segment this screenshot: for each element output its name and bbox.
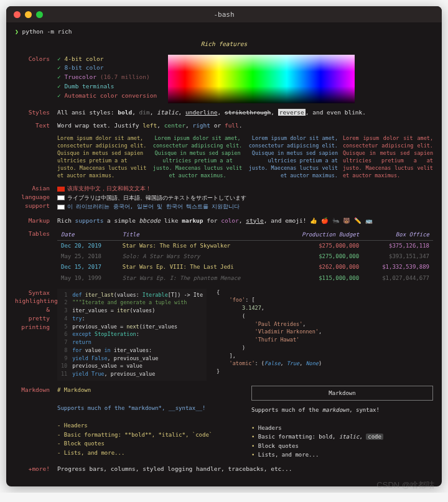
- markdown-source: # Markdown Supports much of the *markdow…: [57, 386, 239, 460]
- color-list: ✓ 4-bit color✓ 8-bit color✓ Truecolor (1…: [57, 55, 157, 101]
- flag-cn-icon: [57, 187, 65, 192]
- label-styles: Styles: [15, 108, 57, 117]
- lorem-columns: Lorem ipsum dolor sit amet, consectetur …: [57, 135, 433, 179]
- label-syntax: Syntaxhighlighting&prettyprinting: [15, 289, 57, 381]
- row-colors: Colors ✓ 4-bit color✓ 8-bit color✓ Truec…: [15, 55, 433, 103]
- lorem-full: Lorem ipsum dolor sit amet, consectetur …: [343, 135, 433, 179]
- text-justify-line: Word wrap text. Justify left, center, ri…: [57, 121, 433, 130]
- terminal-window: -bash ❯ python -m rich Rich features Col…: [6, 6, 442, 486]
- code-block: 1234567891011 def iter_last(values: Iter…: [57, 289, 207, 381]
- row-markdown: Markdown # Markdown Supports much of the…: [15, 386, 433, 460]
- row-styles: Styles All ansi styles: bold, dim, itali…: [15, 108, 433, 117]
- asian-content: 该库支持中文，日文和韩文文本！ ライブラリは中国語、日本語、韓国語のテキストをサ…: [57, 184, 433, 211]
- json-block: { 'foo': [ 3.1427, ( 'Paul Atreides', 'V…: [217, 289, 322, 381]
- row-more: +more! Progress bars, columns, styled lo…: [15, 465, 433, 473]
- demo-table: DateTitleProduction BudgetBox OfficeDec …: [57, 230, 433, 283]
- label-more: +more!: [15, 465, 57, 473]
- window-title: -bash: [213, 11, 234, 19]
- prompt-line: ❯ python -m rich: [15, 27, 433, 36]
- zoom-icon[interactable]: [36, 11, 43, 18]
- color-spectrum: [168, 55, 355, 103]
- lorem-left: Lorem ipsum dolor sit amet, consectetur …: [57, 135, 147, 179]
- flag-kr-icon: [57, 205, 65, 210]
- markdown-rendered: Markdown Supports much of the markdown, …: [251, 386, 433, 460]
- styles-line: All ansi styles: bold, dim, italic, unde…: [57, 108, 433, 117]
- row-markup: Markup Rich supports a simple bbcode lik…: [15, 216, 433, 225]
- label-tables: Tables: [15, 230, 57, 283]
- titlebar: -bash: [6, 6, 442, 22]
- label-asian: Asianlanguagesupport: [15, 184, 57, 211]
- label-colors: Colors: [15, 55, 57, 103]
- terminal-body: ❯ python -m rich Rich features Colors ✓ …: [6, 22, 442, 486]
- minimize-icon[interactable]: [25, 11, 32, 18]
- close-icon[interactable]: [14, 11, 21, 18]
- label-markdown: Markdown: [15, 386, 57, 460]
- traffic-lights: [14, 11, 43, 18]
- lorem-right: Lorem ipsum dolor sit amet, consectetur …: [248, 135, 338, 179]
- watermark: CSDN @啥都咕: [376, 480, 434, 491]
- row-syntax: Syntaxhighlighting&prettyprinting 123456…: [15, 289, 433, 381]
- label-text: Text: [15, 121, 57, 179]
- row-asian: Asianlanguagesupport 该库支持中文，日文和韩文文本！ ライブ…: [15, 184, 433, 211]
- heading: Rich features: [15, 40, 433, 49]
- row-text: Text Word wrap text. Justify left, cente…: [15, 121, 433, 179]
- flag-jp-icon: [57, 195, 65, 200]
- lorem-center: Lorem ipsum dolor sit amet, consectetur …: [152, 135, 243, 179]
- markdown-title-box: Markdown: [251, 386, 433, 401]
- more-text: Progress bars, columns, styled logging h…: [57, 465, 433, 473]
- markup-line: Rich supports a simple bbcode like marku…: [57, 216, 433, 225]
- row-tables: Tables DateTitleProduction BudgetBox Off…: [15, 230, 433, 283]
- label-markup: Markup: [15, 216, 57, 225]
